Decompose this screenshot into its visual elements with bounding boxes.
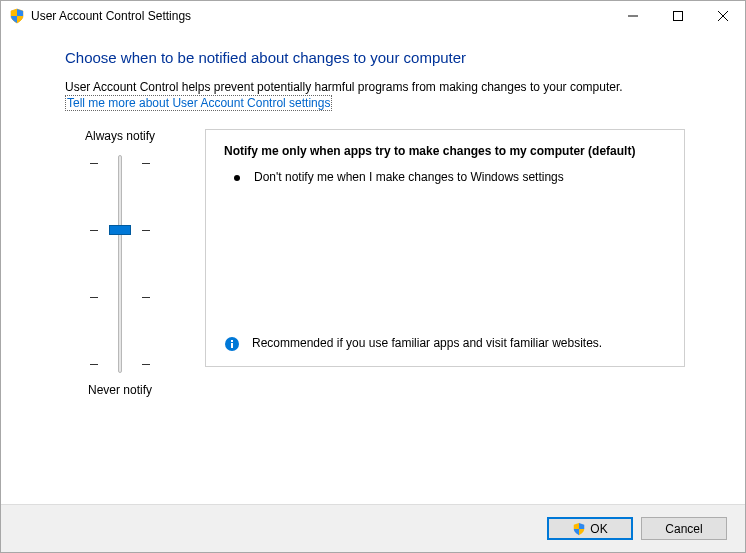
ok-button[interactable]: OK bbox=[547, 517, 633, 540]
minimize-button[interactable] bbox=[610, 1, 655, 31]
shield-icon bbox=[572, 522, 586, 536]
slider-tick bbox=[90, 364, 150, 365]
cancel-button-label: Cancel bbox=[665, 522, 702, 536]
slider-thumb[interactable] bbox=[109, 225, 131, 235]
window-controls bbox=[610, 1, 745, 31]
recommendation-row: Recommended if you use familiar apps and… bbox=[224, 336, 666, 352]
panel-title: Notify me only when apps try to make cha… bbox=[224, 144, 666, 158]
slider-tick bbox=[90, 297, 150, 298]
slider-tick bbox=[90, 163, 150, 164]
svg-rect-3 bbox=[231, 340, 233, 342]
recommendation-text: Recommended if you use familiar apps and… bbox=[252, 336, 602, 352]
page-heading: Choose when to be notified about changes… bbox=[65, 49, 685, 66]
learn-more-link[interactable]: Tell me more about User Account Control … bbox=[65, 95, 332, 111]
description-text: User Account Control helps prevent poten… bbox=[65, 80, 685, 94]
slider-column: Always notify Never notify bbox=[65, 129, 175, 397]
bullet-text: Don't notify me when I make changes to W… bbox=[254, 170, 564, 184]
notification-panel: Notify me only when apps try to make cha… bbox=[205, 129, 685, 367]
maximize-button[interactable] bbox=[655, 1, 700, 31]
titlebar: User Account Control Settings bbox=[1, 1, 745, 31]
info-icon bbox=[224, 336, 240, 352]
window-title: User Account Control Settings bbox=[31, 9, 191, 23]
notification-slider[interactable] bbox=[90, 155, 150, 373]
slider-label-top: Always notify bbox=[85, 129, 155, 143]
cancel-button[interactable]: Cancel bbox=[641, 517, 727, 540]
close-button[interactable] bbox=[700, 1, 745, 31]
content-area: Choose when to be notified about changes… bbox=[1, 31, 745, 397]
bullet-icon bbox=[234, 175, 240, 181]
svg-rect-2 bbox=[231, 343, 233, 348]
panel-bullet: Don't notify me when I make changes to W… bbox=[224, 170, 666, 184]
slider-track bbox=[118, 155, 122, 373]
footer: OK Cancel bbox=[1, 504, 745, 552]
shield-icon bbox=[9, 8, 25, 24]
svg-rect-0 bbox=[673, 12, 682, 21]
slider-label-bottom: Never notify bbox=[88, 383, 152, 397]
ok-button-label: OK bbox=[590, 522, 607, 536]
